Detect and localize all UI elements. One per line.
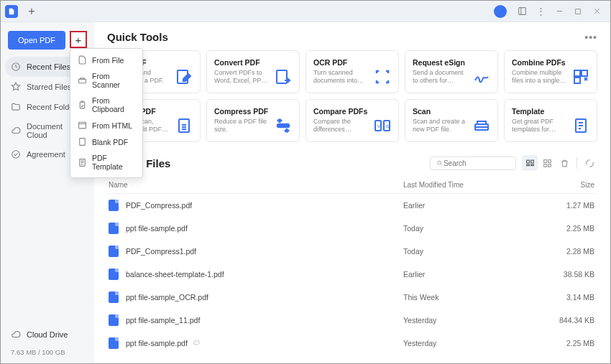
create-plus-button[interactable]: + — [70, 31, 87, 48]
tool-card-combine[interactable]: Combine PDFsCombine multiple files into … — [504, 50, 597, 93]
dropdown-label: PDF Template — [92, 154, 135, 171]
view-grid-icon[interactable] — [539, 155, 555, 171]
tool-title: Compare PDFs — [313, 107, 369, 116]
dropdown-from-clipboard[interactable]: From Clipboard — [70, 93, 142, 117]
pdf-file-icon — [109, 269, 119, 280]
file-row[interactable]: ppt file-sample.pdfToday2.25 MB — [107, 217, 597, 240]
file-name: PDF_Compress1.pdf — [126, 247, 403, 256]
svg-rect-13 — [574, 78, 580, 83]
clipboard-icon — [78, 101, 87, 110]
svg-rect-26 — [530, 164, 533, 166]
file-time: Earlier — [403, 270, 554, 279]
scanner-icon — [78, 76, 87, 85]
svg-rect-11 — [574, 70, 580, 76]
delete-icon[interactable] — [556, 155, 572, 171]
tool-card-template[interactable]: TemplateGet great PDF templates for resu… — [504, 99, 597, 142]
col-name[interactable]: Name — [107, 181, 403, 189]
tool-card-compare[interactable]: Compare PDFsCompare the differences betw… — [306, 99, 399, 142]
dropdown-blank-pdf[interactable]: Blank PDF — [70, 134, 142, 150]
file-size: 3.14 MB — [554, 293, 597, 302]
svg-rect-5 — [80, 139, 86, 146]
cloud-drive-section[interactable]: Cloud Drive — [1, 324, 94, 345]
scan-icon — [473, 117, 490, 134]
search-input[interactable] — [444, 159, 510, 167]
file-time: Today — [403, 224, 554, 233]
file-row[interactable]: PDF_Compress1.pdfToday2.28 MB — [107, 240, 597, 263]
svg-rect-2 — [79, 79, 86, 83]
file-name: ppt file-sample_11.pdf — [126, 316, 403, 325]
file-time: Yesterday — [403, 316, 554, 325]
svg-rect-27 — [543, 159, 546, 162]
tool-desc: Turn scanned documents into searchable o… — [313, 69, 369, 85]
titlebar: + ⋮ — [1, 1, 610, 22]
esign-icon — [473, 68, 490, 85]
sidebar: Open PDF + From File From Scanner From C… — [1, 22, 94, 363]
maximize-icon[interactable] — [569, 4, 587, 19]
layout-icon[interactable] — [513, 4, 531, 19]
search-box[interactable] — [430, 157, 516, 170]
check-icon — [11, 149, 21, 159]
svg-rect-30 — [548, 164, 551, 167]
tool-card-convert[interactable]: Convert PDFConvert PDFs to Word, Excel, … — [206, 50, 300, 93]
svg-point-8 — [12, 151, 20, 159]
svg-rect-4 — [79, 122, 86, 129]
kebab-menu-icon[interactable]: ⋮ — [531, 4, 550, 19]
dropdown-label: From HTML — [92, 121, 132, 130]
cloud-icon — [11, 126, 21, 136]
col-size[interactable]: Size — [554, 181, 597, 189]
file-time: Today — [403, 247, 554, 256]
file-name: ppt file-sample_OCR.pdf — [126, 293, 403, 302]
file-row[interactable]: PDF_Compress.pdfEarlier1.27 MB — [107, 194, 597, 217]
file-time: Yesterday — [403, 339, 554, 347]
combine-icon — [572, 68, 589, 85]
svg-rect-28 — [548, 159, 551, 162]
quick-tools-more-icon[interactable]: ••• — [584, 32, 597, 43]
file-size: 844.34 KB — [554, 316, 597, 325]
col-time[interactable]: Last Modified Time — [403, 181, 554, 189]
svg-rect-10 — [277, 70, 287, 83]
tool-card-compress[interactable]: Compress PDFReduce a PDF file size. — [206, 99, 300, 142]
dropdown-from-scanner[interactable]: From Scanner — [70, 68, 142, 93]
file-row[interactable]: ppt file-sample.pdf Yesterday2.25 MB — [107, 332, 597, 355]
dropdown-from-file[interactable]: From File — [70, 52, 142, 68]
pdf-file-icon — [109, 223, 119, 234]
quick-tools-grid: Edit PDFEdit text and images in a PDF.Co… — [107, 50, 597, 142]
tool-title: Template — [512, 107, 568, 116]
sidebar-item-label: Starred Files — [27, 83, 71, 91]
dropdown-from-html[interactable]: From HTML — [70, 117, 142, 134]
svg-text:V: V — [377, 124, 380, 129]
tool-card-ocr[interactable]: OCR PDFTurn scanned documents into searc… — [306, 50, 399, 93]
file-list-header: Name Last Modified Time Size — [107, 177, 597, 194]
divider — [576, 157, 577, 169]
refresh-icon[interactable] — [582, 155, 597, 171]
user-avatar[interactable] — [494, 5, 507, 18]
open-pdf-button[interactable]: Open PDF — [8, 31, 65, 50]
view-list-icon[interactable] — [522, 155, 538, 171]
dropdown-pdf-template[interactable]: PDF Template — [70, 150, 142, 174]
file-name: PDF_Compress.pdf — [126, 201, 403, 210]
tool-title: Convert PDF — [214, 58, 270, 67]
tool-desc: Reduce a PDF file size. — [214, 118, 270, 134]
convert-icon — [275, 68, 292, 85]
pdf-file-icon — [109, 314, 119, 326]
tool-card-esign[interactable]: Request eSignSend a document to others f… — [405, 50, 498, 93]
create-icon — [175, 117, 193, 134]
close-icon[interactable] — [587, 4, 606, 19]
file-row[interactable]: ppt file-sample_OCR.pdfThis Week3.14 MB — [107, 286, 597, 309]
file-row[interactable]: balance-sheet-template-1.pdfEarlier38.58… — [107, 263, 597, 286]
file-size: 38.58 KB — [554, 270, 597, 279]
edit-icon — [175, 68, 193, 85]
dropdown-label: From File — [92, 56, 124, 65]
file-size: 2.25 MB — [554, 339, 597, 347]
pdf-file-icon — [109, 337, 119, 349]
minimize-icon[interactable] — [550, 4, 569, 19]
cloud-sync-icon — [193, 339, 200, 346]
new-tab-button[interactable]: + — [24, 4, 40, 19]
app-logo — [5, 5, 18, 18]
tool-card-scan[interactable]: ScanScan and create a new PDF file. — [405, 99, 498, 142]
tool-desc: Convert PDFs to Word, Excel, PPT, etc. — [214, 69, 270, 85]
svg-text:S: S — [386, 124, 389, 129]
blank-icon — [78, 137, 87, 146]
file-row[interactable]: ppt file-sample_11.pdfYesterday844.34 KB — [107, 309, 597, 332]
tool-desc: Scan and create a new PDF file. — [413, 118, 469, 134]
